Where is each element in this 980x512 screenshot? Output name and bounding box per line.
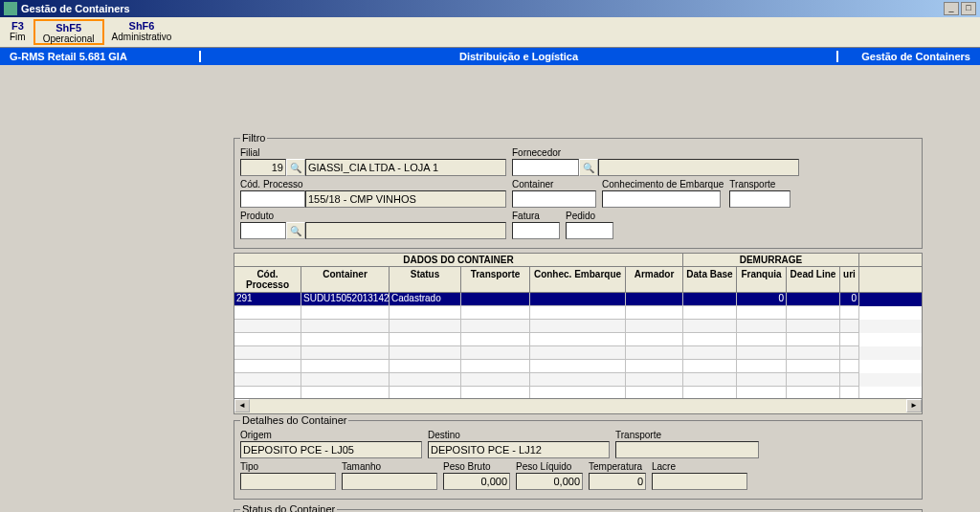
- app-version: G-RMS Retail 5.681 GIA: [0, 51, 201, 62]
- table-row[interactable]: [234, 387, 922, 398]
- lacre-label: Lacre: [652, 461, 747, 472]
- conhecimento-input[interactable]: [602, 190, 721, 208]
- binoculars-icon: 🔍: [583, 163, 594, 173]
- filtro-fieldset: Filtro Filial 🔍 Fornecedor 🔍: [234, 132, 923, 249]
- detalhes-fieldset: Detalhes do Container Origem Destino Tra…: [234, 414, 923, 500]
- menu-key: ShF5: [43, 22, 95, 33]
- destino-label: Destino: [428, 430, 610, 440]
- pesoliquido-label: Peso Líquido: [516, 461, 583, 472]
- cell-container: SUDU15052013142: [301, 293, 390, 306]
- tipo-label: Tipo: [240, 461, 336, 472]
- col-franquia[interactable]: Franquia: [737, 267, 787, 292]
- pesoliquido-input: [516, 473, 583, 490]
- table-row[interactable]: [234, 360, 922, 373]
- fatura-input[interactable]: [512, 222, 560, 239]
- col-uri[interactable]: uri: [840, 267, 859, 292]
- table-row[interactable]: [234, 333, 922, 346]
- pesobruto-label: Peso Bruto: [443, 461, 510, 472]
- det-transporte-label: Transporte: [615, 430, 759, 440]
- filtro-legend: Filtro: [240, 132, 267, 144]
- table-row[interactable]: [234, 346, 922, 360]
- transporte-label: Transporte: [729, 179, 791, 189]
- origem-input: [240, 441, 422, 458]
- menu-f3[interactable]: F3 Fim: [2, 19, 33, 45]
- menu-label: Fim: [10, 32, 26, 42]
- col-database[interactable]: Data Base: [683, 267, 737, 292]
- filial-code[interactable]: [240, 159, 286, 176]
- col-transporte[interactable]: Transporte: [461, 267, 530, 292]
- menu-label: Administrativo: [112, 32, 172, 42]
- temperatura-label: Temperatura: [589, 461, 646, 472]
- grid-col-headers: Cód. Processo Container Status Transport…: [234, 267, 922, 293]
- filial-lookup-button[interactable]: 🔍: [286, 159, 305, 176]
- scroll-right-button[interactable]: ►: [906, 399, 922, 412]
- screen-title: Gestão de Containers: [836, 51, 980, 62]
- cell-database: [683, 293, 737, 306]
- status-legend: Status do Container: [240, 503, 337, 512]
- col-deadline[interactable]: Dead Line: [787, 267, 840, 292]
- temperatura-input: [589, 473, 646, 490]
- cell-deadline: [787, 293, 840, 306]
- module-title: Distribuição e Logística: [201, 51, 836, 62]
- produto-lookup-button[interactable]: 🔍: [286, 222, 305, 239]
- det-transporte-input: [615, 441, 759, 458]
- pedido-input[interactable]: [566, 222, 613, 239]
- fornecedor-label: Fornecedor: [512, 147, 799, 158]
- produto-code[interactable]: [240, 222, 286, 239]
- menu-shf5[interactable]: ShF5 Operacional: [33, 19, 104, 45]
- grid-body[interactable]: 291 SUDU15052013142 Cadastrado 0 0: [234, 293, 922, 398]
- table-row[interactable]: 291 SUDU15052013142 Cadastrado 0 0: [234, 293, 922, 306]
- grid-group-demurrage: DEMURRAGE: [683, 254, 859, 266]
- main-panel: Filtro Filial 🔍 Fornecedor 🔍: [234, 132, 923, 512]
- menu-label: Operacional: [43, 33, 95, 44]
- status-fieldset: Status do Container Cadastrado Em Trânsi…: [234, 503, 923, 512]
- origem-label: Origem: [240, 430, 422, 440]
- cell-conhec: [530, 293, 626, 306]
- grid-group-dados: DADOS DO CONTAINER: [234, 254, 683, 266]
- table-row[interactable]: [234, 373, 922, 387]
- filial-desc: [305, 159, 506, 176]
- binoculars-icon: 🔍: [290, 163, 301, 173]
- minimize-button[interactable]: _: [944, 2, 959, 15]
- cell-codprocesso: 291: [234, 293, 301, 306]
- table-row[interactable]: [234, 320, 922, 333]
- fornecedor-lookup-button[interactable]: 🔍: [579, 159, 598, 176]
- col-container[interactable]: Container: [301, 267, 390, 292]
- app-icon: [4, 2, 17, 15]
- produto-label: Produto: [240, 211, 506, 221]
- transporte-input[interactable]: [729, 190, 791, 208]
- bluebar: G-RMS Retail 5.681 GIA Distribuição e Lo…: [0, 48, 980, 65]
- container-input[interactable]: [512, 190, 596, 208]
- tamanho-input: [342, 473, 437, 490]
- fornecedor-code[interactable]: [512, 159, 579, 176]
- menu-key: ShF6: [112, 20, 172, 32]
- destino-input: [428, 441, 610, 458]
- cell-franquia: 0: [737, 293, 787, 306]
- produto-desc: [305, 222, 506, 239]
- scroll-track[interactable]: [250, 399, 906, 413]
- grid-hscroll[interactable]: ◄ ►: [234, 398, 922, 413]
- menu-shf6[interactable]: ShF6 Administrativo: [104, 19, 180, 45]
- tamanho-label: Tamanho: [342, 461, 437, 472]
- fornecedor-desc: [598, 159, 799, 176]
- col-codprocesso[interactable]: Cód. Processo: [234, 267, 301, 292]
- filial-label: Filial: [240, 147, 506, 158]
- col-conhec[interactable]: Conhec. Embarque: [530, 267, 626, 292]
- col-status[interactable]: Status: [390, 267, 461, 292]
- cell-transporte: [461, 293, 530, 306]
- container-grid: DADOS DO CONTAINER DEMURRAGE Cód. Proces…: [234, 253, 923, 414]
- container-label: Container: [512, 179, 596, 189]
- codprocesso-desc: [305, 190, 506, 208]
- fatura-label: Fatura: [512, 211, 560, 221]
- detalhes-legend: Detalhes do Container: [240, 414, 348, 426]
- workspace: Filtro Filial 🔍 Fornecedor 🔍: [0, 65, 980, 512]
- table-row[interactable]: [234, 306, 922, 320]
- col-armador[interactable]: Armador: [626, 267, 683, 292]
- menubar: F3 Fim ShF5 Operacional ShF6 Administrat…: [0, 17, 980, 48]
- codprocesso-code[interactable]: [240, 190, 305, 208]
- tipo-input: [240, 473, 336, 490]
- scroll-left-button[interactable]: ◄: [234, 399, 250, 412]
- window-title: Gestão de Containers: [21, 0, 942, 17]
- cell-status: Cadastrado: [390, 293, 461, 306]
- maximize-button[interactable]: □: [961, 2, 976, 15]
